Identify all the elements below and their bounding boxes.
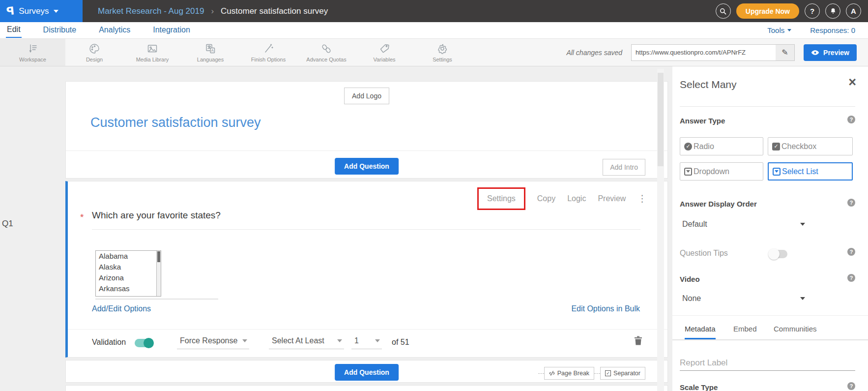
validation-condition-dropdown[interactable]: Select At Least <box>269 336 344 349</box>
add-logo-button[interactable]: Add Logo <box>344 88 389 104</box>
break-separator-controls: Page Break ✓ Separator <box>538 367 645 380</box>
edit-url-button[interactable]: ✎ <box>776 45 794 60</box>
scale-type-label: Scale Type <box>680 383 718 391</box>
page-break-button[interactable]: Page Break <box>544 367 594 380</box>
chain-links-icon <box>320 42 333 55</box>
survey-url-box: ✎ <box>631 44 795 61</box>
question-settings-button[interactable]: Settings <box>487 194 516 203</box>
answer-type-grid: ✓ Radio ✓ Checkbox Dropdown Select List <box>680 137 853 180</box>
list-option[interactable]: Arizona <box>96 272 161 283</box>
validation-count-dropdown[interactable]: 1 <box>351 336 382 349</box>
add-edit-options-link[interactable]: Add/Edit Options <box>92 304 151 313</box>
list-option[interactable]: Alabama <box>96 251 161 262</box>
answer-type-label: Answer Type <box>680 117 725 125</box>
tab-integration[interactable]: Integration <box>152 24 191 37</box>
listbox-scrollbar-thumb[interactable] <box>157 251 160 262</box>
toolbar-item-media-library[interactable]: Media Library <box>123 39 181 66</box>
tab-analytics[interactable]: Analytics <box>98 24 131 37</box>
search-button[interactable] <box>716 3 731 19</box>
panel-tabs: Metadata Embed Communities <box>672 322 868 340</box>
survey-nav-tabs: Edit Distribute Analytics Integration To… <box>0 22 868 38</box>
divider <box>672 315 868 316</box>
help-icon[interactable]: ? <box>847 199 855 207</box>
settings-highlight-annotation: Settings <box>477 187 525 210</box>
breadcrumb: Market Research - Aug 2019 › Customer sa… <box>98 0 328 22</box>
answer-select-list[interactable]: Alabama Alaska Arizona Arkansas <box>95 250 161 297</box>
upgrade-now-button[interactable]: Upgrade Now <box>736 3 799 19</box>
nav-right: Tools Responses: 0 <box>767 22 855 38</box>
toolbar-item-finish-options[interactable]: Finish Options <box>239 39 297 66</box>
validation-toggle[interactable] <box>135 339 153 347</box>
page-break-icon <box>549 370 555 376</box>
validation-rule-dropdown[interactable]: Force Response <box>177 336 249 349</box>
list-option[interactable]: Arkansas <box>96 283 161 294</box>
tab-distribute[interactable]: Distribute <box>42 24 78 37</box>
edit-options-in-bulk-link[interactable]: Edit Options in Bulk <box>571 304 640 313</box>
survey-header-card: Add Logo Customer satisfaction survey Ad… <box>65 81 668 179</box>
account-avatar[interactable]: A <box>846 3 861 19</box>
breadcrumb-parent[interactable]: Market Research - Aug 2019 <box>98 6 204 16</box>
question-code: Q1 <box>2 219 13 229</box>
autosave-status: All changes saved <box>566 49 622 57</box>
answer-type-dropdown[interactable]: Dropdown <box>680 162 763 180</box>
connector <box>538 373 544 374</box>
surveys-menu-label: Surveys <box>19 6 49 16</box>
topbar-actions: Upgrade Now ? A <box>716 0 861 22</box>
survey-url-input[interactable] <box>632 45 776 60</box>
help-icon[interactable]: ? <box>847 248 855 256</box>
toolbar-label: Settings <box>433 57 452 62</box>
video-dropdown[interactable]: None <box>682 294 805 303</box>
survey-title[interactable]: Customer satisfaction survey <box>90 115 261 130</box>
tools-menu[interactable]: Tools <box>767 26 791 34</box>
toolbar-label: Design <box>86 57 103 62</box>
separator-button[interactable]: ✓ Separator <box>600 367 645 380</box>
add-question-button-top[interactable]: Add Question <box>335 158 399 175</box>
question-text[interactable]: Which are your favorite states? <box>92 210 221 221</box>
tab-embed[interactable]: Embed <box>733 325 757 338</box>
list-option[interactable]: Alaska <box>96 262 161 272</box>
chevron-down-icon <box>337 339 342 342</box>
toolbar-item-languages[interactable]: A Languages <box>181 39 239 66</box>
question-logic-button[interactable]: Logic <box>567 194 586 203</box>
validation-label: Validation <box>92 338 126 347</box>
translate-icon: A <box>204 42 217 55</box>
notifications-button[interactable] <box>825 3 840 19</box>
help-icon[interactable]: ? <box>847 382 855 390</box>
tab-metadata[interactable]: Metadata <box>685 325 716 339</box>
top-bar: P Surveys Market Research - Aug 2019 › C… <box>0 0 868 22</box>
report-label-input[interactable] <box>680 355 855 371</box>
chevron-down-icon <box>800 223 805 226</box>
help-icon[interactable]: ? <box>847 274 855 282</box>
toolbar-label: Advance Quotas <box>306 57 346 62</box>
answer-type-checkbox[interactable]: ✓ Checkbox <box>768 137 853 155</box>
answer-type-select-list[interactable]: Select List <box>768 162 853 180</box>
add-question-button-bottom[interactable]: Add Question <box>335 364 399 381</box>
toolbar-item-advance-quotas[interactable]: Advance Quotas <box>297 39 355 66</box>
responses-count[interactable]: Responses: 0 <box>810 26 855 34</box>
help-button[interactable]: ? <box>805 3 820 19</box>
trash-icon <box>634 335 643 346</box>
tab-edit[interactable]: Edit <box>6 23 22 38</box>
toolbar-item-settings[interactable]: Settings <box>413 39 471 66</box>
add-intro-button[interactable]: Add Intro <box>603 159 645 176</box>
answer-display-order-dropdown[interactable]: Default <box>682 220 805 229</box>
toolbar-item-workspace[interactable]: Workspace <box>0 39 65 66</box>
tab-communities[interactable]: Communities <box>774 325 817 338</box>
close-icon[interactable]: × <box>848 76 856 89</box>
help-icon[interactable]: ? <box>847 116 855 123</box>
toolbar-item-design[interactable]: Design <box>65 39 123 66</box>
more-options-icon[interactable]: ⋮ <box>637 195 647 202</box>
required-asterisk: * <box>80 212 84 223</box>
surveys-menu[interactable]: P Surveys <box>0 0 83 22</box>
main-scrollbar-thumb[interactable] <box>658 73 664 166</box>
question-tips-toggle[interactable] <box>769 250 787 258</box>
question-copy-button[interactable]: Copy <box>537 194 555 203</box>
delete-question-button[interactable] <box>634 335 643 346</box>
question-preview-button[interactable]: Preview <box>598 194 626 203</box>
toolbar-item-variables[interactable]: Variables <box>355 39 413 66</box>
chevron-down-icon <box>242 339 247 342</box>
main-scrollbar[interactable] <box>657 69 664 391</box>
listbox-scrollbar[interactable] <box>156 251 161 296</box>
preview-button[interactable]: Preview <box>804 44 857 61</box>
answer-type-radio[interactable]: ✓ Radio <box>680 137 763 155</box>
